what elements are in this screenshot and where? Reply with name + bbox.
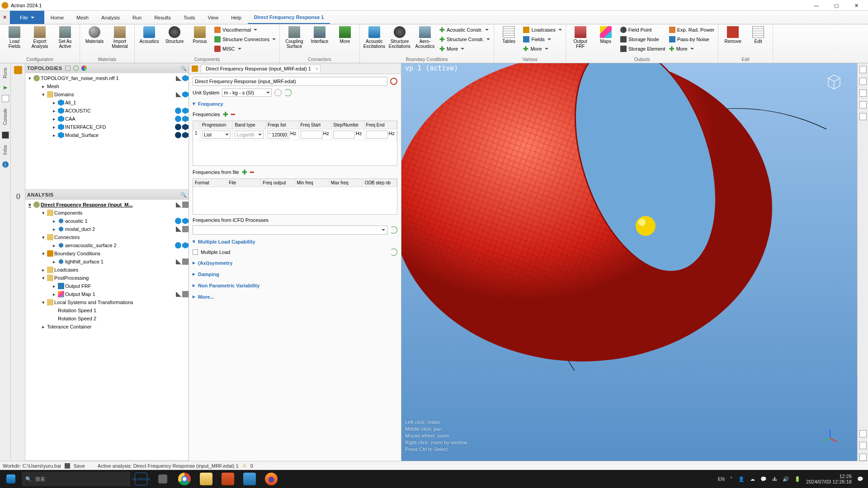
topology-tab-icon[interactable] [14,66,22,74]
section-damping[interactable]: ▸Damping [193,270,397,278]
loadcases-button[interactable]: Loadcases [522,25,562,34]
tables-button[interactable]: Tables [497,25,520,45]
various-more-button[interactable]: ✚More [522,44,562,53]
tool-icon[interactable] [859,442,867,449]
tool-icon[interactable] [859,89,867,97]
menu-tools[interactable]: Tools [177,11,202,24]
tray-volume-icon[interactable]: 🔊 [783,476,789,482]
storage-node-button[interactable]: Storage Node [619,35,666,44]
export-analysis-button[interactable]: ExportAnalysis [28,25,52,50]
tray-notifications-icon[interactable]: 💬 [857,476,863,482]
tray-up-icon[interactable]: ˄ [730,476,733,482]
save-label[interactable]: Save [74,463,85,469]
tree-tolerance[interactable]: ▸Tolerance Container [25,323,189,331]
taskbar-app-chrome[interactable] [174,470,195,488]
view-cube-icon[interactable] [824,71,844,92]
edit-icon[interactable] [176,291,181,297]
language-indicator[interactable]: EN [718,476,725,482]
toolbar-icon[interactable] [73,66,79,71]
structure-connectors-button[interactable]: Structure Connectors [213,35,277,44]
close-doc-button[interactable]: ✕ [0,11,10,24]
maps-button[interactable]: Maps [594,25,618,45]
refresh-icon[interactable] [390,226,397,234]
unit-info-icon[interactable] [274,89,282,96]
tree-item[interactable]: ▸Modal_Surface [25,131,189,139]
import-material-button[interactable]: ImportMaterial [108,25,132,50]
structure-excitations-button[interactable]: StructureExcitations [388,25,411,50]
tray-cloud-icon[interactable]: ☁ [750,476,755,482]
structure-button[interactable]: Structure [163,25,186,45]
maximize-button[interactable]: ▢ [826,1,846,10]
bc-more-button[interactable]: ✚More [439,44,491,53]
section-npv[interactable]: ▸Non Parametric Variability [193,281,397,290]
tree-postprocessing[interactable]: ▾PostProcessing [25,274,189,282]
icfd-dropdown[interactable] [193,225,387,235]
tool-icon[interactable] [859,78,867,85]
taskbar-app-firefox[interactable] [260,470,282,488]
load-fields-button[interactable]: LoadFields [3,25,26,50]
aero-acoustics-button[interactable]: Aero-Acoustics [413,25,437,50]
console-icon[interactable] [2,131,9,139]
console-tab[interactable]: Console [3,107,8,127]
tree-item[interactable]: ▸Output FRF [25,282,189,290]
porous-button[interactable]: Porous [188,25,212,45]
step-input[interactable] [333,131,355,139]
section-frequency[interactable]: ▾Frequency [193,99,397,108]
exp-rad-power-button[interactable]: Exp. Rad. Power [668,25,716,34]
fields-button[interactable]: Fields [522,35,562,44]
connectors-more-button[interactable]: More [333,25,357,45]
edit-button[interactable]: Edit [746,25,770,45]
tree-item[interactable]: ▸CAA [25,115,189,123]
taskbar-task-view[interactable] [152,470,174,488]
tree-connectors[interactable]: ▾Connectors [25,233,189,241]
field-point-button[interactable]: Field Point [619,25,666,34]
menu-active-analysis-tab[interactable]: Direct Frequency Response 1 [248,11,330,24]
tree-components[interactable]: ▾Components [25,209,189,217]
tree-localsys[interactable]: ▾Local Systems and Transformations [25,298,189,306]
tree-loadcases[interactable]: ▸Loadcases [25,266,189,274]
tree-mesh[interactable]: ▸Mesh [25,82,189,90]
doc-tab[interactable]: Direct Frequency Response (input_MRF.eda… [201,65,321,72]
remove-frequency-icon[interactable]: ━ [231,111,235,118]
tree-domains[interactable]: ▾Domains [25,90,189,99]
menu-view[interactable]: View [202,11,225,24]
set-as-active-button[interactable]: Set AsActive [53,25,77,50]
menu-run[interactable]: Run [126,11,148,24]
edit-icon[interactable] [176,75,181,81]
refresh-icon[interactable] [284,89,292,96]
add-file-icon[interactable]: ✚ [242,169,247,176]
refresh-icon[interactable] [390,249,397,256]
tree-item[interactable]: Rotation Speed 2 [25,314,189,323]
freq-start-input[interactable] [301,131,322,139]
tree-item[interactable]: Rotation Speed 1 [25,306,189,314]
taskbar-app-blue[interactable] [239,470,260,488]
outputs-more-button[interactable]: ✚More [668,44,716,53]
tool-icon[interactable] [859,113,867,120]
search-icon[interactable]: 🔍 [180,192,187,198]
table-row[interactable]: 1 List Logarith Hz Hz Hz Hz [193,129,397,141]
runs-tab[interactable]: Runs [3,66,8,80]
remove-file-icon[interactable]: ━ [250,169,254,176]
tree-item[interactable]: ▸aeroacoustic_surface 2 [25,241,189,249]
gutter-icon[interactable] [2,95,9,102]
acoustic-constr-button[interactable]: ✚Acoustic Constr. [439,25,491,34]
taskbar-search[interactable]: 🔍 搜索 [22,472,130,486]
tray-chat-icon[interactable]: 💬 [760,476,767,482]
tool-icon[interactable] [859,454,867,461]
taskbar-app-explorer[interactable] [195,470,217,488]
minimize-button[interactable]: — [807,1,826,10]
file-menu[interactable]: File [10,11,44,24]
acoustics-button[interactable]: Acoustics [137,25,161,45]
analysis-name-field[interactable] [193,77,387,86]
save-icon[interactable] [65,463,70,469]
tree-root[interactable]: ▾TOPOLOGY_fan_noise_mesh.nff 1 [25,74,189,82]
infos-tab[interactable]: Infos [3,143,8,157]
tree-item[interactable]: ▸INTERFACE_CFD [25,123,189,131]
expand-icon[interactable]: ⟨⟩ [16,192,20,200]
start-button[interactable] [0,470,22,488]
progression-dropdown[interactable]: List [202,131,231,139]
close-button[interactable]: ✕ [846,1,866,10]
tree-item[interactable]: ▸acoustic 1 [25,217,189,225]
edit-icon[interactable] [176,226,181,232]
viewport-3d[interactable]: vp 1 (active) Left click: rotate Middle … [401,63,857,461]
